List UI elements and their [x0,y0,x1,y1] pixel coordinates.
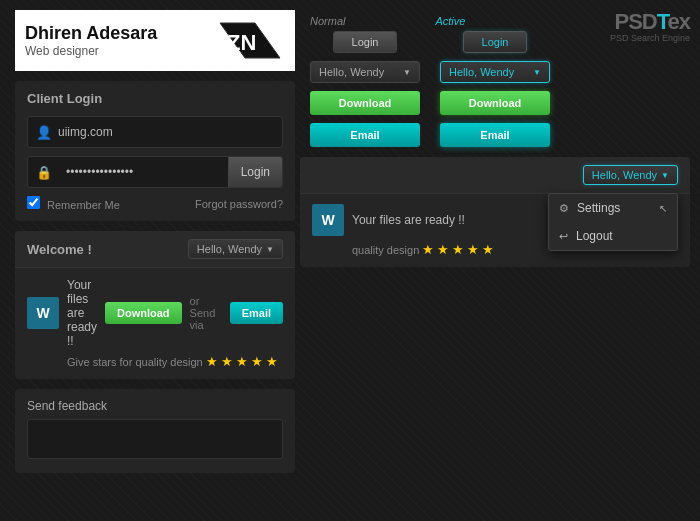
active-download-button[interactable]: Download [440,91,550,115]
settings-label: Settings [577,201,620,215]
settings-menu-item[interactable]: ⚙ Settings ↖ [549,194,677,222]
settings-icon: ⚙ [559,202,569,215]
button-demo-row: Login Hello, Wendy Download Email Login … [310,31,690,147]
welcome-header: Welcome ! Hello, Wendy [15,231,295,268]
feedback-textarea[interactable] [27,419,283,459]
files-row: W Your files are ready !! Download or Se… [27,278,283,348]
feedback-box: Send feedback [15,389,295,473]
logout-label: Logout [576,229,613,243]
feedback-title: Send feedback [27,399,283,413]
brand-box: Dhiren Adesara Web designer ZN [15,10,295,71]
star-4: ★ [251,354,263,369]
star-2: ★ [221,354,233,369]
w-avatar-right: W [312,204,344,236]
normal-download-button[interactable]: Download [310,91,420,115]
welcome-dropdown-button[interactable]: Hello, Wendy [188,239,283,259]
psdtex-title: PSDTex [610,10,690,34]
normal-email-button[interactable]: Email [310,123,420,147]
cursor-indicator: ↖ [659,203,667,214]
remember-me-label[interactable]: Remember Me [27,196,120,211]
active-email-button[interactable]: Email [440,123,550,147]
hello-wendy-normal-dropdown[interactable]: Hello, Wendy [310,61,420,83]
psdtex-highlight: T [657,9,668,34]
or-send-text: or Send via [190,295,222,331]
remember-row: Remember Me Forgot password? [27,196,283,211]
normal-login-button[interactable]: Login [333,31,398,53]
active-label: Active [435,15,465,27]
welcome-right-panel: Hello, Wendy ⚙ Settings ↖ ↩ Logout W You… [300,157,690,267]
stars-label-right: quality design [352,244,419,256]
r-star-2: ★ [437,242,449,257]
active-login-button[interactable]: Login [463,31,528,53]
email-button-left[interactable]: Email [230,302,283,324]
normal-label: Normal [310,15,345,27]
r-star-3: ★ [452,242,464,257]
star-5: ★ [266,354,278,369]
login-button[interactable]: Login [228,157,282,187]
welcome-title: Welcome ! [27,242,92,257]
r-star-1: ★ [422,242,434,257]
welcome-right-header: Hello, Wendy ⚙ Settings ↖ ↩ Logout [300,157,690,194]
hello-wendy-active-dropdown[interactable]: Hello, Wendy [440,61,550,83]
forgot-password-link[interactable]: Forgot password? [195,198,283,210]
password-login-row: 🔒 Login [27,156,283,188]
logout-icon: ↩ [559,230,568,243]
brand-text: Dhiren Adesara Web designer [25,23,215,59]
right-panel: PSDTex PSD Search Engine Normal Active L… [300,10,690,267]
download-button-left[interactable]: Download [105,302,182,324]
hello-wendy-welcome-dropdown[interactable]: Hello, Wendy [583,165,678,185]
login-box-title: Client Login [27,91,283,106]
brand-logo-icon: ZN [215,18,285,63]
dropdown-menu: ⚙ Settings ↖ ↩ Logout [548,193,678,251]
logout-menu-item[interactable]: ↩ Logout [549,222,677,250]
left-panel: Dhiren Adesara Web designer ZN Client Lo… [15,10,295,473]
stars-row: Give stars for quality design ★ ★ ★ ★ ★ [27,354,283,369]
psdtex-logo: PSDTex PSD Search Engine [610,10,690,44]
welcome-content: W Your files are ready !! Download or Se… [15,268,295,379]
remember-checkbox[interactable] [27,196,40,209]
r-star-4: ★ [467,242,479,257]
r-star-5: ★ [482,242,494,257]
password-input[interactable] [58,165,228,179]
email-row: 👤 [27,116,283,148]
active-col: Login Hello, Wendy Download Email [440,31,550,147]
files-ready-text: Your files are ready !! [67,278,97,348]
welcome-box: Welcome ! Hello, Wendy W Your files are … [15,231,295,379]
normal-col: Login Hello, Wendy Download Email [310,31,420,147]
email-input[interactable] [58,125,274,139]
user-icon: 👤 [36,125,52,140]
star-3: ★ [236,354,248,369]
svg-text:ZN: ZN [227,30,256,55]
brand-subtitle: Web designer [25,44,215,58]
psdtex-subtitle: PSD Search Engine [610,34,690,44]
star-1: ★ [206,354,218,369]
stars-label: Give stars for quality design [67,356,203,368]
lock-icon: 🔒 [36,165,52,180]
w-avatar: W [27,297,59,329]
brand-name: Dhiren Adesara [25,23,215,45]
client-login-box: Client Login 👤 🔒 Login Remember Me Forgo… [15,81,295,221]
